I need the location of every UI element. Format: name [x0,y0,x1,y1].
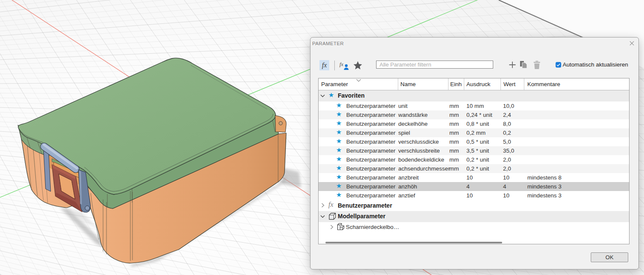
svg-text:fx: fx [339,61,344,67]
